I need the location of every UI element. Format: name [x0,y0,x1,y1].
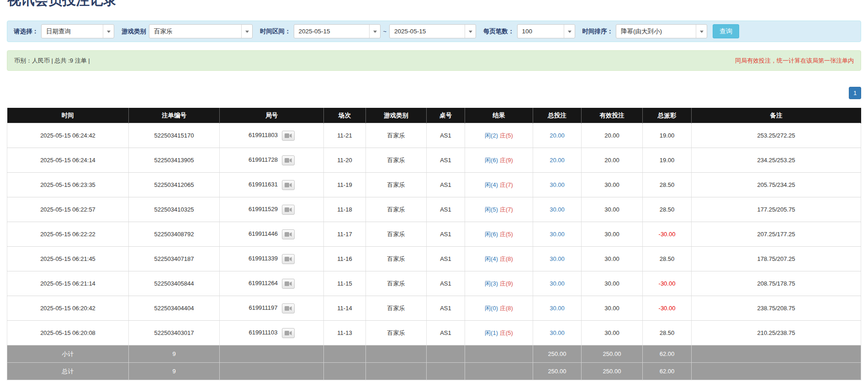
table-header-row: 时间 注单编号 局号 场次 游戏类别 桌号 结果 总投注 有效投注 总派彩 备注 [7,108,861,123]
cell-round-no: 619911803 [220,123,324,148]
grand-total-empty [220,363,324,380]
date-to-select[interactable]: 2025-05-15 [389,24,476,38]
grand-total-remark [692,363,861,380]
cell-total-bet: 30.00 [533,321,582,345]
cell-result: 闲(3)庄(9) [465,271,533,296]
result-player: 闲(6) [485,231,498,238]
grand-total-valid-bet: 250.00 [582,363,643,380]
cell-result: 闲(0)庄(8) [465,296,533,321]
select-divider [369,25,370,38]
header-bet-no: 注单编号 [129,108,220,123]
cell-remark: 177.25/205.75 [692,197,861,222]
date-from-value: 2025-05-15 [299,28,330,35]
valid-bet-notice: 同局有效投注，统一计算在该局第一张注单内 [735,57,854,65]
cell-payout: 19.00 [643,148,692,173]
cell-time: 2025-05-15 06:24:14 [7,148,129,173]
cell-total-bet: 30.00 [533,296,582,321]
total-bet-link[interactable]: 20.00 [550,132,565,139]
page-button-1[interactable]: 1 [849,87,861,99]
video-replay-button[interactable] [282,205,295,215]
round-no-text: 619911446 [249,230,278,237]
cell-session: 11-20 [324,148,366,173]
cell-table-no: AS1 [427,321,465,345]
cell-valid-bet: 30.00 [582,296,643,321]
video-replay-button[interactable] [282,180,295,190]
pagination: 1 [7,87,861,99]
cell-total-bet: 20.00 [533,123,582,148]
total-bet-link[interactable]: 30.00 [550,206,565,213]
chevron-down-icon [700,31,704,33]
game-type-select[interactable]: 百家乐 [149,24,253,38]
video-camera-icon [285,158,292,163]
cell-remark: 238.75/208.75 [692,296,861,321]
cell-round-no: 619911197 [220,296,324,321]
total-bet-link[interactable]: 30.00 [550,181,565,188]
total-bet-link[interactable]: 20.00 [550,157,565,164]
video-replay-button[interactable] [282,254,295,264]
bet-records-table: 时间 注单编号 局号 场次 游戏类别 桌号 结果 总投注 有效投注 总派彩 备注… [7,108,861,380]
chevron-down-icon [469,31,472,33]
cell-total-bet: 30.00 [533,197,582,222]
grand-total-count: 9 [129,363,220,380]
cell-table-no: AS1 [427,173,465,197]
total-bet-link[interactable]: 30.00 [550,329,565,336]
table-row: 2025-05-15 06:24:14 522503413905 6199117… [7,148,861,173]
select-divider [103,25,103,38]
header-remark: 备注 [692,108,861,123]
subtotal-empty [427,345,465,363]
cell-payout: 19.00 [643,123,692,148]
cell-round-no: 619911264 [220,271,324,296]
total-bet-link[interactable]: 30.00 [550,305,565,312]
select-divider [696,25,696,38]
cell-time: 2025-05-15 06:23:35 [7,173,129,197]
round-no-text: 619911264 [249,280,278,286]
total-bet-link[interactable]: 30.00 [550,231,565,238]
cell-payout: -30.00 [643,222,692,247]
total-bet-link[interactable]: 30.00 [550,280,565,287]
video-replay-button[interactable] [282,328,295,338]
cell-time: 2025-05-15 06:22:57 [7,197,129,222]
page-size-select[interactable]: 100 [517,24,575,38]
video-camera-icon [285,232,292,237]
cell-payout: -30.00 [643,296,692,321]
video-replay-button[interactable] [282,279,295,289]
header-payout: 总派彩 [643,108,692,123]
video-replay-button[interactable] [282,131,295,141]
cell-table-no: AS1 [427,123,465,148]
video-camera-icon [285,256,292,262]
header-game-type: 游戏类别 [366,108,427,123]
chevron-down-icon [107,31,111,33]
cell-result: 闲(2)庄(5) [465,123,533,148]
grand-total-empty [366,363,427,380]
result-player: 闲(0) [485,305,498,312]
round-no-text: 619911103 [249,329,277,336]
query-type-select[interactable]: 日期查询 [41,24,114,38]
subtotal-empty [324,345,366,363]
query-type-label: 请选择： [14,27,38,36]
grand-total-empty [427,363,465,380]
round-no-text: 619911339 [249,255,278,262]
chevron-down-icon [373,31,377,33]
cell-time: 2025-05-15 06:21:14 [7,271,129,296]
game-type-label: 游戏类别 [122,27,146,36]
time-sort-value: 降幂(由大到小) [621,27,662,36]
time-sort-label: 时间排序： [582,27,614,36]
date-from-select[interactable]: 2025-05-15 [294,24,381,38]
cell-game-type: 百家乐 [366,271,427,296]
cell-time: 2025-05-15 06:22:22 [7,222,129,247]
total-bet-link[interactable]: 30.00 [550,255,565,262]
select-divider [465,25,465,38]
video-replay-button[interactable] [282,155,295,165]
search-button[interactable]: 查询 [713,24,739,38]
video-replay-button[interactable] [282,229,295,239]
cell-session: 11-17 [324,222,366,247]
video-camera-icon [285,207,292,212]
cell-session: 11-19 [324,173,366,197]
video-replay-button[interactable] [282,303,295,313]
result-player: 闲(6) [485,157,498,164]
result-banker: 庄(8) [500,255,513,262]
subtotal-valid-bet: 250.00 [582,345,643,363]
time-sort-select[interactable]: 降幂(由大到小) [616,24,707,38]
subtotal-row: 小计 9 250.00 250.00 62.00 [7,345,861,363]
cell-round-no: 619911103 [220,321,324,345]
